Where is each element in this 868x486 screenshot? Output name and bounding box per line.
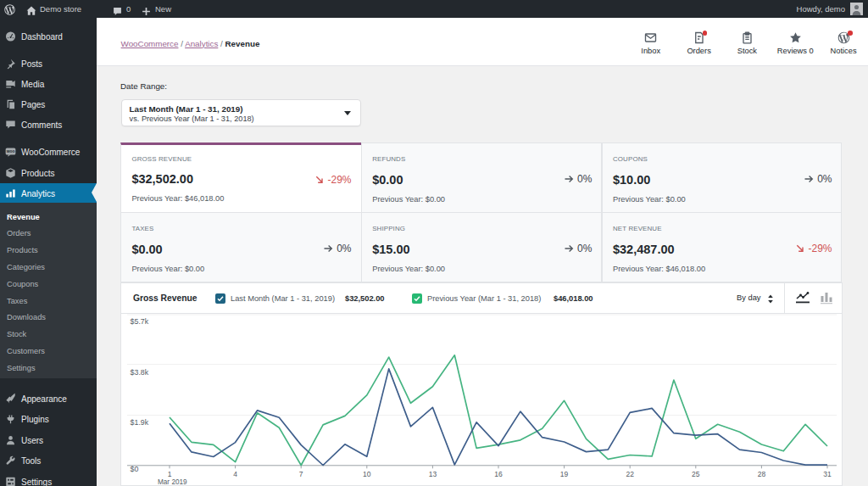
svg-text:25: 25: [692, 470, 700, 478]
svg-text:$3.8k: $3.8k: [131, 367, 149, 376]
svg-text:16: 16: [494, 470, 503, 478]
svg-text:woo: woo: [6, 149, 15, 154]
svg-text:$5.7k: $5.7k: [131, 317, 149, 326]
svg-text:4: 4: [233, 470, 237, 478]
svg-text:1: 1: [168, 470, 172, 478]
svg-text:10: 10: [363, 470, 371, 478]
svg-text:22: 22: [626, 470, 634, 478]
svg-text:$0: $0: [131, 465, 139, 473]
svg-text:7: 7: [299, 470, 303, 478]
svg-text:31: 31: [823, 470, 832, 478]
svg-text:28: 28: [758, 470, 766, 478]
svg-text:13: 13: [429, 470, 437, 478]
svg-text:Mar 2019: Mar 2019: [158, 478, 187, 486]
svg-text:$1.9k: $1.9k: [131, 418, 149, 427]
svg-text:19: 19: [560, 470, 569, 478]
